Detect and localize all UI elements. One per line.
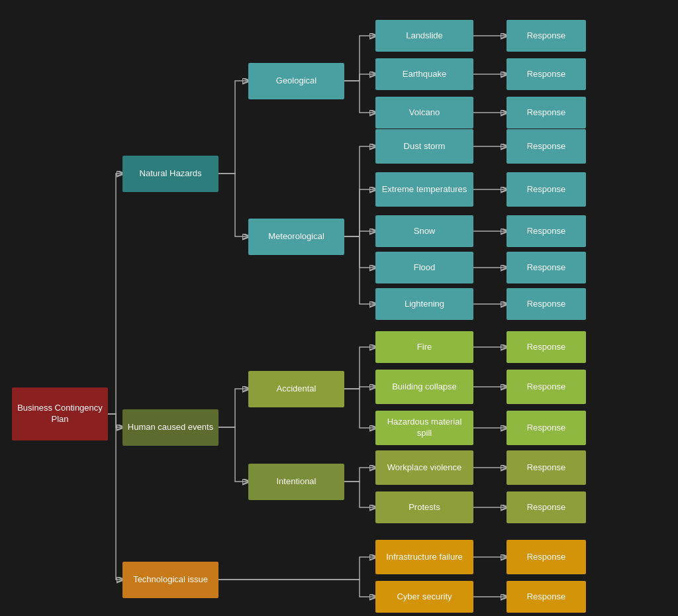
diagram: Business Contingency PlanNatural Hazards… [0,0,678,616]
node-lightening: Lightening [375,288,473,320]
node-r_building: Response [507,370,586,404]
node-volcano: Volcano [375,97,473,128]
node-geological: Geological [248,63,344,99]
node-r_volcano: Response [507,97,586,128]
node-human: Human caused events [122,409,218,446]
node-r_lightening: Response [507,288,586,320]
node-root: Business Contingency Plan [12,387,108,440]
node-cybersecurity: Cyber security [375,581,473,613]
node-r_protests: Response [507,491,586,523]
node-earthquake: Earthquake [375,58,473,90]
node-building: Building collapse [375,370,473,404]
node-r_infrastructure: Response [507,540,586,574]
node-r_fire: Response [507,331,586,363]
node-r_snow: Response [507,215,586,247]
node-intentional: Intentional [248,464,344,500]
node-infrastructure: Infrastructure failure [375,540,473,574]
node-flood: Flood [375,252,473,283]
node-protests: Protests [375,491,473,523]
node-r_extreme: Response [507,172,586,207]
node-r_flood: Response [507,252,586,283]
node-r_duststorm: Response [507,129,586,164]
node-hazardous: Hazardous material spill [375,411,473,445]
node-extreme: Extreme temperatures [375,172,473,207]
node-r_cybersecurity: Response [507,581,586,613]
node-r_workplace: Response [507,450,586,485]
node-accidental: Accidental [248,371,344,407]
node-snow: Snow [375,215,473,247]
node-r_landslide: Response [507,20,586,52]
node-fire: Fire [375,331,473,363]
node-landslide: Landslide [375,20,473,52]
node-workplace: Workplace violence [375,450,473,485]
node-r_hazardous: Response [507,411,586,445]
node-r_earthquake: Response [507,58,586,90]
node-meteorological: Meteorological [248,219,344,255]
node-duststorm: Dust storm [375,129,473,164]
node-tech: Technological issue [122,562,218,598]
node-natural: Natural Hazards [122,156,218,192]
